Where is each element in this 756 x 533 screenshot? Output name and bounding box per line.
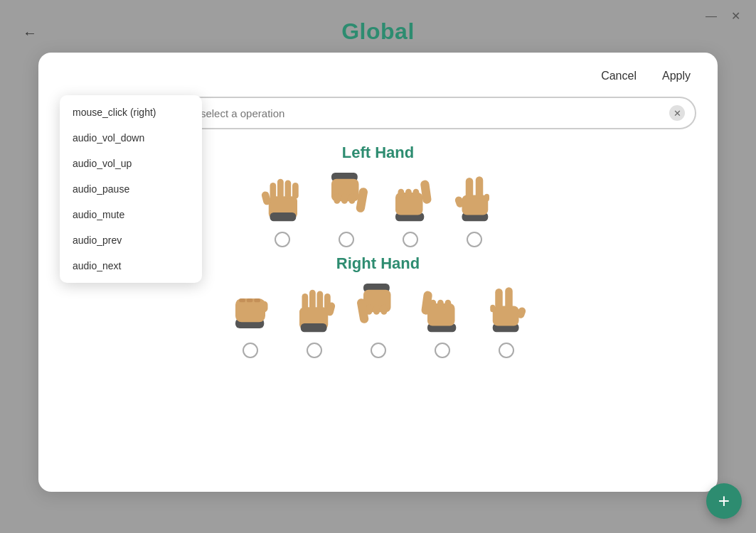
page-title: Global: [0, 18, 756, 45]
svg-rect-29: [254, 298, 260, 302]
gesture-item-right-thumbsupR: [417, 280, 467, 358]
svg-rect-21: [465, 178, 473, 199]
gesture-item-right-victoryR: [481, 280, 531, 358]
gesture-item-right-thumbsdownR: [353, 280, 403, 358]
close-icon: ✕: [674, 108, 681, 119]
right-hand-gestures: [225, 280, 531, 358]
gesture-radio-left-3[interactable]: [467, 232, 482, 247]
svg-rect-52: [495, 289, 503, 310]
modal: Cancel Apply ▾ ✕ mouse_click (right)audi…: [38, 53, 718, 492]
open-palm-left-icon: [257, 166, 307, 229]
apply-button[interactable]: Apply: [656, 67, 696, 85]
svg-rect-15: [398, 189, 404, 198]
modal-actions: Cancel Apply: [60, 67, 696, 85]
gesture-radio-right-3[interactable]: [435, 343, 450, 358]
thumbs-up-left-icon: [385, 166, 435, 229]
right-hand-title: Right Hand: [336, 254, 420, 273]
svg-rect-28: [246, 298, 252, 302]
gesture-radio-right-4[interactable]: [499, 343, 514, 358]
gesture-visual-open-palm-right: [289, 280, 339, 337]
svg-rect-30: [260, 301, 268, 313]
gesture-visual-open-palm-left: [257, 169, 307, 226]
cancel-button[interactable]: Cancel: [595, 67, 642, 85]
victory-left-icon: [449, 166, 499, 229]
gesture-item-left-victoryL: [449, 169, 499, 247]
left-hand-title: Left Hand: [342, 144, 414, 162]
svg-rect-32: [300, 323, 326, 332]
minimize-button[interactable]: —: [705, 10, 718, 23]
svg-rect-11: [348, 194, 355, 204]
clear-button[interactable]: ✕: [669, 105, 685, 121]
gesture-visual-thumbs-up-left: [385, 169, 435, 226]
svg-rect-47: [437, 300, 444, 308]
window-controls: — ✕: [705, 10, 742, 23]
fab-add-button[interactable]: +: [706, 483, 742, 519]
fist-right-icon: [225, 277, 275, 340]
gesture-visual-victory-right: [481, 280, 531, 337]
svg-rect-51: [492, 306, 518, 326]
thumbs-down-right-icon: [353, 277, 403, 340]
dropdown-item-4[interactable]: audio_mute: [60, 202, 202, 227]
svg-rect-2: [270, 183, 276, 200]
svg-rect-17: [412, 189, 419, 198]
svg-rect-23: [484, 194, 489, 202]
svg-rect-42: [380, 305, 387, 315]
svg-rect-35: [316, 291, 323, 310]
gesture-radio-left-0[interactable]: [275, 232, 290, 247]
victory-right-icon: [481, 277, 531, 340]
svg-rect-1: [270, 212, 296, 221]
gesture-visual-victory-left: [449, 169, 499, 226]
svg-rect-41: [373, 305, 380, 315]
svg-rect-5: [292, 183, 299, 199]
gesture-visual-fist-right: [225, 280, 275, 337]
svg-rect-54: [490, 305, 495, 313]
gesture-item-left-thumbsupL: [385, 169, 435, 247]
gesture-item-left-openpalmL: [257, 169, 307, 247]
dropdown-item-2[interactable]: audio_vol_up: [60, 151, 202, 176]
gesture-radio-left-1[interactable]: [339, 232, 354, 247]
svg-rect-3: [277, 179, 284, 199]
svg-rect-10: [341, 194, 348, 204]
gesture-visual-thumbs-up-right: [417, 280, 467, 337]
plus-icon: +: [718, 490, 730, 512]
dropdown-item-0[interactable]: mouse_click (right): [60, 99, 202, 125]
gesture-radio-right-1[interactable]: [307, 343, 322, 358]
gesture-visual-thumbs-down-left: [321, 169, 371, 226]
dropdown-item-1[interactable]: audio_vol_down: [60, 125, 202, 151]
gesture-item-right-fist: [225, 280, 275, 358]
svg-rect-48: [444, 300, 451, 308]
dropdown-menu: mouse_click (right)audio_vol_downaudio_v…: [60, 95, 202, 283]
thumbs-down-left-icon: [321, 166, 371, 229]
svg-rect-27: [239, 298, 245, 302]
thumbs-up-right-icon: [417, 277, 467, 340]
dropdown-item-5[interactable]: audio_prev: [60, 227, 202, 253]
svg-rect-9: [334, 194, 340, 204]
svg-rect-22: [475, 176, 483, 199]
gesture-visual-thumbs-down-right: [353, 280, 403, 337]
svg-rect-16: [405, 189, 412, 198]
open-palm-right-icon: [289, 277, 339, 340]
left-hand-gestures: [257, 169, 499, 247]
gesture-radio-right-2[interactable]: [371, 343, 386, 358]
gesture-item-left-thumbsdownL: [321, 169, 371, 247]
svg-rect-34: [309, 290, 316, 310]
dropdown-item-3[interactable]: audio_pause: [60, 176, 202, 202]
svg-rect-53: [505, 287, 513, 310]
close-button[interactable]: ✕: [729, 10, 742, 23]
gesture-item-right-openpalmR: [289, 280, 339, 358]
svg-rect-20: [462, 195, 488, 215]
dropdown-item-6[interactable]: audio_next: [60, 253, 202, 279]
gesture-radio-right-0[interactable]: [243, 343, 258, 358]
svg-rect-4: [284, 181, 291, 199]
gesture-radio-left-2[interactable]: [403, 232, 418, 247]
svg-rect-33: [302, 294, 308, 311]
